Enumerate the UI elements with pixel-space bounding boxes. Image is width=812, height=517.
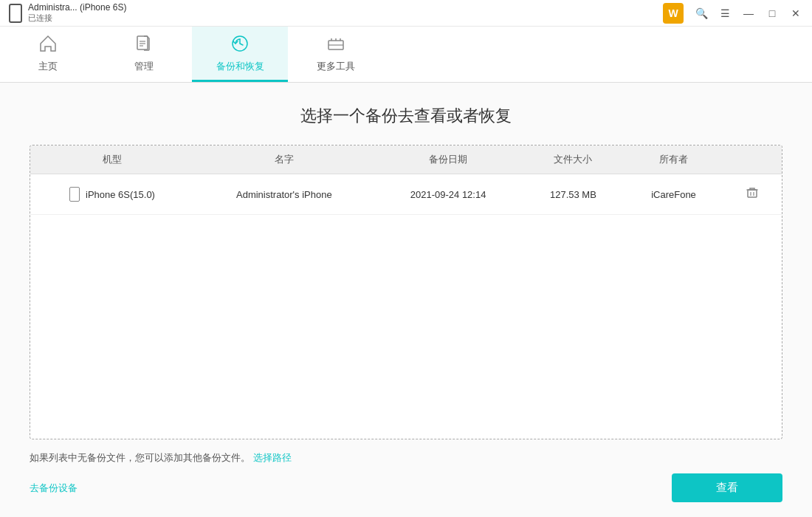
tools-icon [326, 33, 346, 57]
device-status: 已连接 [28, 13, 126, 24]
device-icon [9, 4, 22, 23]
footer-hint: 如果列表中无备份文件，您可以添加其他备份文件。 选择路径 [30, 451, 782, 465]
col-model: 机型 [30, 145, 194, 174]
go-backup-link[interactable]: 去备份设备 [30, 482, 78, 495]
home-icon [38, 33, 58, 57]
svg-rect-0 [137, 36, 148, 49]
select-path-link[interactable]: 选择路径 [253, 452, 292, 463]
backup-icon [230, 33, 250, 57]
cell-delete[interactable] [723, 174, 782, 215]
manage-icon [134, 33, 154, 57]
svg-rect-10 [748, 190, 757, 197]
tab-backup-label: 备份和恢复 [216, 60, 264, 73]
cell-model: iPhone 6S(15.0) [30, 174, 194, 215]
tab-backup[interactable]: 备份和恢复 [192, 27, 288, 82]
tab-manage[interactable]: 管理 [96, 27, 192, 82]
search-button[interactable]: 🔍 [691, 3, 712, 24]
col-size: 文件大小 [523, 145, 625, 174]
cell-owner: iCareFone [624, 174, 723, 215]
tab-home[interactable]: 主页 [0, 27, 96, 82]
page-title: 选择一个备份去查看或者恢复 [30, 105, 782, 127]
tab-tools[interactable]: 更多工具 [288, 27, 384, 82]
col-name: 名字 [194, 145, 374, 174]
close-button[interactable]: ✕ [785, 3, 806, 24]
tab-home-label: 主页 [38, 60, 58, 73]
delete-backup-button[interactable] [743, 183, 762, 205]
device-details: Administra... (iPhone 6S) 已连接 [28, 2, 126, 24]
col-owner: 所有者 [624, 145, 723, 174]
titlebar: Administra... (iPhone 6S) 已连接 W 🔍 ☰ — □ … [0, 0, 812, 27]
window-controls: W 🔍 ☰ — □ ✕ [663, 3, 806, 24]
table-row[interactable]: iPhone 6S(15.0) Administrator's iPhone 2… [30, 174, 782, 215]
table-header-row: 机型 名字 备份日期 文件大小 所有者 [30, 145, 782, 174]
col-action [723, 145, 782, 174]
main-content: 选择一个备份去查看或者恢复 机型 名字 备份日期 文件大小 所有者 [0, 83, 812, 517]
cell-size: 127.53 MB [523, 174, 625, 215]
view-button[interactable]: 查看 [672, 473, 782, 502]
device-info: Administra... (iPhone 6S) 已连接 [9, 2, 126, 24]
navbar: 主页 管理 备份和恢复 [0, 27, 812, 83]
cell-name: Administrator's iPhone [194, 174, 374, 215]
footer-actions: 去备份设备 查看 [30, 473, 782, 502]
backup-list-container: 机型 名字 备份日期 文件大小 所有者 iPhone 6S(15.0) [30, 145, 782, 439]
phone-icon [69, 187, 80, 202]
minimize-button[interactable]: — [738, 3, 759, 24]
col-date: 备份日期 [374, 145, 523, 174]
tab-manage-label: 管理 [134, 60, 154, 73]
backup-table: 机型 名字 备份日期 文件大小 所有者 iPhone 6S(15.0) [30, 145, 782, 215]
tab-tools-label: 更多工具 [317, 60, 355, 73]
cell-date: 2021-09-24 12:14 [374, 174, 523, 215]
menu-button[interactable]: ☰ [715, 3, 735, 24]
maximize-button[interactable]: □ [762, 3, 782, 24]
device-name: Administra... (iPhone 6S) [28, 2, 126, 13]
brand-icon: W [663, 3, 684, 24]
